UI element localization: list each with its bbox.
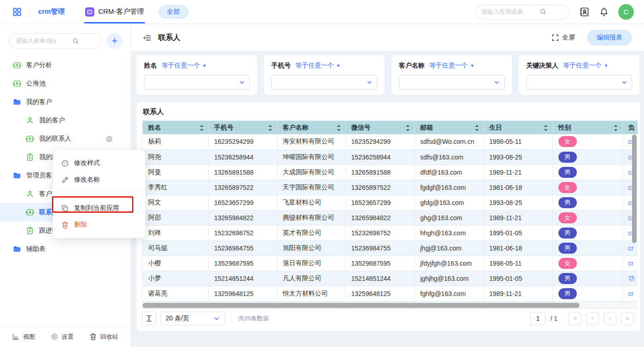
- filter-card-2: 客户名称等于任意一个▼: [391, 55, 512, 95]
- topbar-left: crm管理 CRM-客户管理 全部: [0, 0, 188, 23]
- sidebar-item-0[interactable]: 客户分析: [0, 56, 131, 74]
- table-row[interactable]: 小樱13529687595落日有限公司13529687595jfdyjfgh@1…: [143, 256, 638, 271]
- context-menu-item-3[interactable]: 删除: [53, 216, 145, 233]
- cell: ghg@163.com: [414, 210, 483, 225]
- table-row[interactable]: 刘禅15232698752英才有限公司15232698752hhgh@163.c…: [143, 225, 638, 240]
- gender-pill: 男: [558, 288, 577, 299]
- gender-pill: 女: [558, 182, 577, 193]
- context-menu-item-0[interactable]: 修改样式: [53, 155, 145, 171]
- context-menu-label: 修改名称: [74, 176, 100, 184]
- filter-operator-dropdown[interactable]: 等于任意一个▼: [295, 62, 340, 70]
- row-height-button[interactable]: [142, 312, 156, 325]
- sidebar-item-10[interactable]: 辅助表: [0, 240, 131, 258]
- cell: 1993-08-25: [483, 149, 552, 165]
- annotation-highlight-box: [52, 196, 133, 213]
- table-row[interactable]: 阿邵13265984822腾骏材料有限公司13265984822ghg@163.…: [143, 210, 638, 225]
- vertical-scrollbar[interactable]: [632, 135, 637, 307]
- horizontal-scrollbar-thumb[interactable]: [143, 303, 580, 308]
- avatar[interactable]: C: [618, 4, 634, 20]
- column-header-7[interactable]: 负: [622, 121, 638, 134]
- column-header-3[interactable]: 微信号: [345, 121, 414, 134]
- page-size-select[interactable]: 20 条/页: [161, 312, 225, 325]
- cell: 李秀红: [143, 180, 208, 195]
- table-row[interactable]: 阿文16523657299飞星材料公司16523657299gfdg@163.c…: [143, 195, 638, 210]
- column-header-label: 负: [628, 124, 635, 131]
- filter-operator-dropdown[interactable]: 等于任意一个▼: [563, 62, 608, 70]
- caret-down-icon: ▼: [336, 63, 340, 68]
- column-header-0[interactable]: 姓名: [143, 121, 208, 134]
- table-title: 联系人: [143, 108, 640, 116]
- table-row[interactable]: 李秀红13265897522天宇国际有限公司13265897522fgdgf@1…: [143, 180, 638, 195]
- scope-pill-all[interactable]: 全部: [159, 6, 188, 18]
- add-form-button[interactable]: +: [107, 33, 122, 49]
- vertical-scrollbar-thumb[interactable]: [632, 135, 637, 243]
- sort-icon[interactable]: [406, 125, 410, 133]
- table-body: 杨莉16235294299海安材料有限公司16235294299sdfsd@Wo…: [143, 134, 638, 309]
- table-row[interactable]: 司马懿15236984755旭阳有限公司15236984755jhgj@163.…: [143, 240, 638, 256]
- next-page-button[interactable]: ›: [604, 312, 616, 325]
- page-title: 联系人: [158, 33, 180, 43]
- tab-crm-customer-management[interactable]: CRM-客户管理: [84, 0, 145, 23]
- gear-icon[interactable]: [105, 135, 113, 143]
- sidebar-footer-视图[interactable]: 视图: [12, 333, 35, 341]
- fullscreen-button[interactable]: 全屏: [552, 34, 575, 42]
- last-page-button[interactable]: »: [621, 312, 634, 325]
- cell: 大成国际有限公司: [277, 165, 345, 180]
- page-header-actions: 全屏 编辑报表: [552, 30, 632, 46]
- column-header-1[interactable]: 手机号: [208, 121, 277, 134]
- edit-report-button[interactable]: 编辑报表: [587, 30, 632, 46]
- first-page-button[interactable]: «: [569, 312, 581, 325]
- filter-value-select[interactable]: [526, 75, 632, 90]
- chevron-down-icon: [213, 315, 220, 322]
- column-header-4[interactable]: 邮箱: [414, 121, 483, 134]
- prev-page-button[interactable]: ‹: [586, 312, 599, 325]
- filter-value-select[interactable]: [271, 75, 377, 90]
- sort-icon[interactable]: [337, 125, 341, 133]
- filter-value-select[interactable]: [399, 75, 505, 90]
- sidebar-footer-label: 回收站: [100, 333, 118, 341]
- cell: jghjhg@163.com: [414, 271, 483, 286]
- contacts-table: 姓名手机号客户名称微信号邮箱生日性别负 杨莉16235294299海安材料有限公…: [143, 121, 638, 309]
- bell-icon[interactable]: [599, 7, 609, 17]
- address-book-icon[interactable]: [579, 6, 590, 17]
- context-menu-item-1[interactable]: 修改名称: [53, 171, 145, 188]
- table-row[interactable]: 阿曼13265891588大成国际有限公司13265891588dfdf@163…: [143, 165, 638, 180]
- sort-icon[interactable]: [544, 125, 548, 133]
- table-row[interactable]: 杨莉16235294299海安材料有限公司16235294299sdfsd@Wo…: [143, 134, 638, 149]
- filter-operator-dropdown[interactable]: 等于任意一个▼: [161, 62, 207, 70]
- sort-icon[interactable]: [614, 125, 618, 133]
- page-number-input[interactable]: [530, 312, 546, 325]
- workspace-name[interactable]: crm管理: [38, 7, 65, 16]
- global-search-input[interactable]: 请输入应用或表单名称: [475, 5, 569, 19]
- sidebar-footer-设置[interactable]: 设置: [51, 333, 74, 341]
- cell-gender: 男: [552, 165, 622, 180]
- column-header-5[interactable]: 生日: [483, 121, 552, 134]
- column-header-6[interactable]: 性别: [552, 121, 622, 134]
- sidebar-footer-回收站[interactable]: 回收站: [89, 333, 118, 341]
- sidebar-item-2[interactable]: 我的客户: [0, 93, 131, 111]
- grid-icon[interactable]: [12, 7, 22, 17]
- column-header-2[interactable]: 客户名称: [277, 121, 345, 134]
- menu-fold-icon[interactable]: [143, 34, 152, 42]
- sort-icon[interactable]: [268, 125, 272, 133]
- folder-icon: [13, 171, 21, 180]
- cell: 13529687595: [208, 256, 277, 271]
- table-row[interactable]: 诸葛亮13259648125恒太方材料公司13259648125fghfg@16…: [143, 286, 638, 301]
- filter-bar: 姓名等于任意一个▼手机号等于任意一个▼客户名称等于任意一个▼关键决策人等于任意一…: [137, 55, 639, 95]
- form-search-input[interactable]: 请输入表单/报表名称: [9, 33, 102, 49]
- sidebar-item-4[interactable]: 我的联系人: [0, 130, 131, 148]
- horizontal-scrollbar[interactable]: [143, 302, 638, 308]
- sort-icon[interactable]: [200, 125, 204, 133]
- search-icon: [523, 8, 564, 15]
- filter-operator-dropdown[interactable]: 等于任意一个▼: [429, 62, 474, 70]
- table-row[interactable]: 小梦15214851244凡人有限公司15214851244jghjhg@163…: [143, 271, 638, 286]
- cell-gender: 女: [552, 134, 622, 149]
- filter-value-select[interactable]: [144, 75, 250, 90]
- sort-icon[interactable]: [475, 125, 479, 133]
- cell: 15236984755: [345, 240, 414, 256]
- sidebar-item-1[interactable]: 公海池: [0, 74, 131, 93]
- table-row[interactable]: 阿尧15236258944坤曜国际有限公司15236258944sdfs@163…: [143, 149, 638, 165]
- sidebar-item-label: 客户: [39, 190, 52, 198]
- sidebar-item-3[interactable]: 我的客户: [0, 111, 131, 130]
- sidebar-footer-label: 视图: [23, 333, 35, 341]
